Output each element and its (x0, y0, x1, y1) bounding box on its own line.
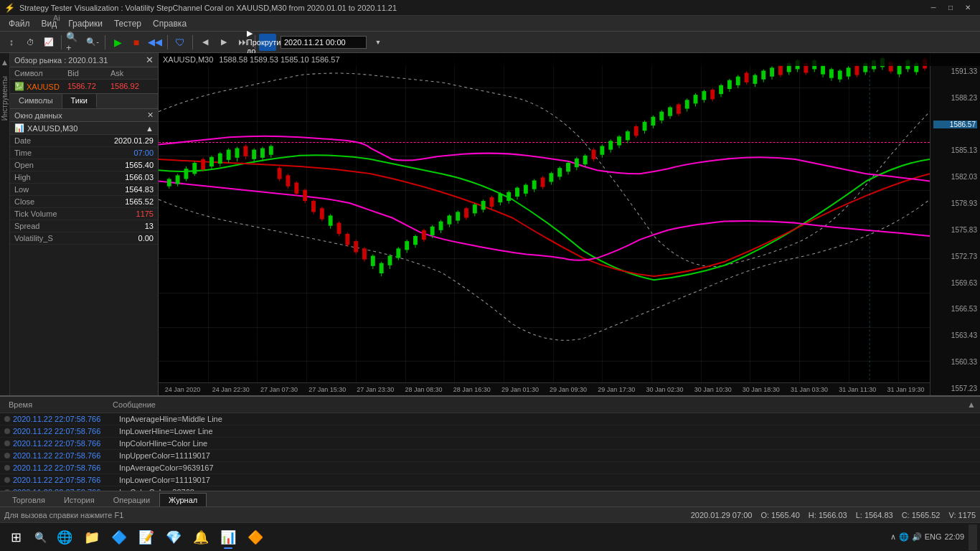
svg-rect-7 (192, 163, 197, 174)
tray-volume: 🔊 (912, 532, 922, 542)
taskbar-icon-5[interactable]: 💎 (161, 524, 187, 550)
tab-ticks[interactable]: Тики (62, 94, 97, 108)
svg-rect-157 (829, 69, 834, 77)
svg-rect-91 (549, 173, 553, 182)
svg-rect-89 (541, 177, 545, 187)
label-low: Low (14, 185, 96, 194)
next-button[interactable]: ▶ (215, 34, 232, 51)
toolbar-btn-3[interactable]: 📈 (40, 34, 57, 51)
svg-rect-47 (362, 248, 367, 259)
time-7: 29 Jan 01:30 (496, 386, 544, 393)
maximize-button[interactable]: □ (943, 2, 958, 14)
tab-history[interactable]: История (55, 493, 104, 507)
value-volatility: 0.00 (96, 234, 154, 242)
svg-rect-103 (600, 146, 604, 155)
svg-rect-21 (252, 150, 256, 159)
taskbar-icon-mt5[interactable]: 📊 (215, 524, 241, 550)
svg-rect-65 (439, 222, 443, 230)
start-button[interactable]: ⊞ (3, 524, 29, 550)
tab-operations[interactable]: Операции (104, 493, 159, 507)
tray-lang: ENG (925, 532, 942, 541)
svg-rect-141 (761, 70, 765, 79)
svg-rect-31 (294, 183, 298, 194)
log-scroll-up[interactable]: ▲ (967, 400, 976, 410)
taskbar: ⊞ 🔍 🌐 📁 🔷 📝 💎 🔔 📊 🔶 ∧ 🌐 🔊 ENG 22:09 (0, 522, 980, 551)
taskbar-icon-3[interactable]: 🔷 (106, 524, 132, 550)
play-button[interactable]: ▶ (109, 34, 126, 51)
time-9: 29 Jan 17:30 (593, 386, 641, 393)
data-window-close[interactable]: ✕ (147, 110, 154, 120)
price-1585: 1585.13 (933, 146, 977, 154)
svg-rect-85 (524, 185, 528, 194)
taskbar-icon-6[interactable]: 🔔 (188, 524, 214, 550)
svg-rect-83 (515, 188, 519, 197)
svg-rect-137 (745, 73, 749, 83)
market-overview-title: Обзор рынка : 2020.01.31 (14, 56, 108, 65)
toolbar-btn-2[interactable]: ⏱ (22, 34, 39, 51)
label-volatility: Volatility_S (14, 234, 96, 242)
tools-scroll-up[interactable]: ▲ (0, 56, 10, 69)
market-overview-close[interactable]: ✕ (146, 55, 154, 65)
price-1569: 1569.63 (933, 279, 977, 287)
menu-charts[interactable]: Графики (62, 17, 108, 30)
svg-rect-107 (617, 136, 621, 145)
status-date: 2020.01.29 07:00 (691, 511, 753, 519)
menu-tester[interactable]: Тестер (108, 17, 147, 30)
zoom-in-button[interactable]: 🔍+ (65, 34, 83, 51)
app-icon: ⚡ (4, 3, 15, 13)
minimize-button[interactable]: ─ (925, 2, 941, 14)
prev-button[interactable]: ◀ (197, 34, 214, 51)
time-11: 30 Jan 10:30 (689, 386, 737, 393)
svg-rect-111 (634, 126, 639, 136)
symbol-icon: 💹 (14, 82, 24, 91)
svg-rect-27 (278, 168, 282, 179)
market-row-xauusd[interactable]: 💹 XAUUSD 1586.72 1586.92 (10, 80, 158, 93)
scroll-input-area: 2020.11.21 00:00 ▼ (281, 34, 387, 51)
taskbar-icon-8[interactable]: 🔶 (242, 524, 268, 550)
taskbar-icon-4[interactable]: 📝 (133, 524, 159, 550)
svg-rect-37 (320, 208, 324, 219)
svg-rect-131 (719, 85, 723, 94)
search-button[interactable]: 🔍 (29, 526, 52, 549)
close-button[interactable]: ✕ (960, 2, 976, 14)
svg-rect-39 (329, 215, 333, 225)
tab-journal[interactable]: Журнал (159, 493, 207, 507)
svg-rect-23 (260, 149, 265, 158)
stop-button[interactable]: ■ (128, 34, 145, 51)
tab-symbols[interactable]: Символы (10, 94, 62, 108)
price-1566: 1566.53 (933, 305, 977, 313)
menu-help[interactable]: Справка (147, 17, 192, 30)
svg-rect-71 (464, 208, 468, 217)
price-1563: 1563.43 (933, 331, 977, 339)
tab-trade[interactable]: Торговля (3, 493, 55, 507)
svg-rect-133 (727, 80, 732, 89)
taskbar-icon-2[interactable]: 📁 (79, 524, 105, 550)
data-row-time: Time 07:00 (10, 147, 158, 159)
svg-rect-41 (337, 223, 341, 234)
taskbar-icon-1[interactable]: 🌐 (52, 524, 77, 550)
tray-up-arrow[interactable]: ∧ (890, 532, 896, 542)
scroll-date-input[interactable]: 2020.11.21 00:00 (281, 36, 367, 49)
toolbar-btn-1[interactable]: ↕ (3, 34, 20, 51)
play2-button[interactable]: ▶ Прокрутить до (259, 34, 276, 51)
price-1560: 1560.33 (933, 358, 977, 366)
bottom-tabs: Торговля История Операции Журнал (0, 491, 980, 507)
show-desktop-button[interactable] (969, 524, 977, 550)
rewind-button[interactable]: ◀◀ (146, 34, 164, 51)
data-row-tickvolume: Tick Volume 1175 (10, 208, 158, 220)
log-content: 2020.11.22 22:07:58.766 InpAverageHline=… (0, 413, 980, 491)
chart-area[interactable]: XAUUSD,M30 1588.58 1589.53 1585.10 1586.… (159, 53, 980, 395)
svg-rect-17 (235, 149, 240, 158)
value-tickvolume: 1175 (96, 209, 154, 218)
value-time: 07:00 (96, 149, 154, 157)
tray-network: 🌐 (899, 532, 909, 542)
zoom-out-button[interactable]: 🔍- (84, 34, 101, 51)
data-window-title: Окно данных (14, 111, 62, 120)
scroll-dropdown-button[interactable]: ▼ (369, 34, 387, 51)
menu-file[interactable]: Файл (3, 17, 36, 30)
svg-rect-29 (286, 175, 291, 186)
svg-rect-163 (854, 65, 859, 75)
label-time: Time (14, 149, 96, 157)
time-12: 30 Jan 18:30 (737, 386, 785, 393)
svg-rect-93 (557, 168, 562, 176)
